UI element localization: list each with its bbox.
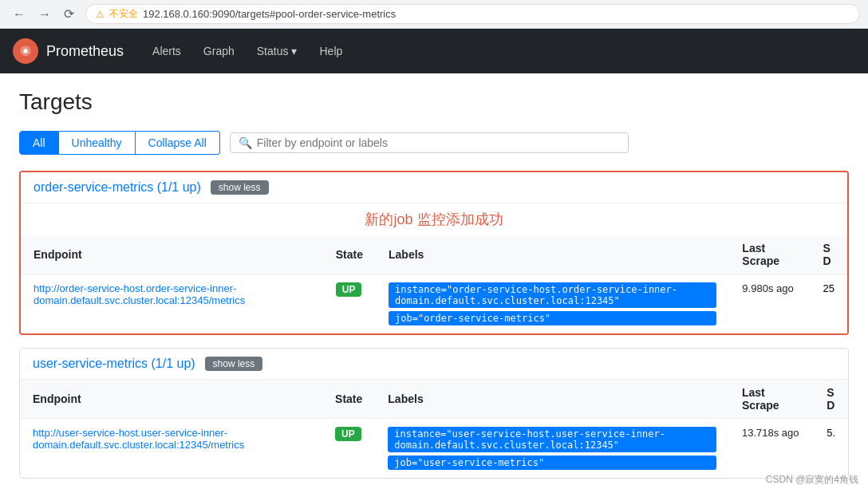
endpoint-cell: http://order-service-host.order-service-…: [21, 274, 323, 334]
back-button[interactable]: ←: [8, 5, 30, 23]
col-endpoint-1: Endpoint: [20, 380, 322, 419]
state-badge-0-0: UP: [336, 282, 362, 297]
target-header-0: order-service-metrics (1/1 up) show less: [21, 172, 847, 203]
target-section-order-service-metrics: order-service-metrics (1/1 up) show less…: [19, 171, 849, 335]
state-cell: UP: [322, 419, 375, 479]
browser-bar: ← → ⟳ ⚠ 不安全 192.168.0.160:9090/targets#p…: [0, 0, 868, 29]
sections-container: order-service-metrics (1/1 up) show less…: [19, 171, 849, 479]
labels-cell: instance="user-service-host.user-service…: [375, 419, 729, 479]
label-badge: instance="order-service-host.order-servi…: [389, 282, 716, 308]
duration-cell: 25: [811, 274, 847, 334]
show-less-button-1[interactable]: show less: [205, 357, 263, 371]
target-section-user-service-metrics: user-service-metrics (1/1 up) show less …: [19, 348, 849, 479]
table-row: http://order-service-host.order-service-…: [21, 274, 847, 334]
reload-button[interactable]: ⟳: [59, 5, 79, 23]
brand-name: Prometheus: [46, 43, 124, 60]
label-badge: instance="user-service-host.user-service…: [388, 427, 716, 452]
duration-cell: 5.: [814, 419, 848, 479]
search-input[interactable]: [257, 136, 620, 149]
col-last-scrape-0: Last Scrape: [729, 235, 810, 274]
brand: Prometheus: [13, 38, 124, 64]
col-duration-0: SD: [811, 235, 847, 274]
filter-button-group: All Unhealthy Collapse All: [19, 131, 220, 155]
table-row: http://user-service-host.user-service-in…: [20, 419, 848, 479]
show-less-button-0[interactable]: show less: [211, 180, 269, 195]
nav-alerts[interactable]: Alerts: [143, 38, 191, 64]
security-warning-text: 不安全: [109, 7, 138, 21]
endpoint-cell: http://user-service-host.user-service-in…: [20, 419, 322, 479]
endpoint-link-1-0[interactable]: http://user-service-host.user-service-in…: [33, 427, 244, 451]
security-warning-icon: ⚠: [96, 9, 105, 20]
last-scrape-cell: 9.980s ago: [729, 274, 810, 334]
forward-button[interactable]: →: [34, 5, 56, 23]
label-badge: job="user-service-metrics": [388, 456, 716, 470]
target-table-0: Endpoint State Labels Last Scrape SD htt…: [21, 235, 847, 333]
col-last-scrape-1: Last Scrape: [729, 380, 814, 419]
target-title-0[interactable]: order-service-metrics (1/1 up): [34, 180, 201, 195]
col-state-1: State: [322, 380, 375, 419]
svg-point-1: [23, 49, 27, 53]
label-badge: job="order-service-metrics": [389, 311, 716, 325]
state-cell: UP: [323, 274, 376, 334]
filter-unhealthy-button[interactable]: Unhealthy: [59, 131, 136, 155]
search-icon: 🔍: [239, 136, 252, 149]
endpoint-link-0-0[interactable]: http://order-service-host.order-service-…: [34, 282, 245, 306]
labels-cell: instance="order-service-host.order-servi…: [376, 274, 729, 334]
page-title: Targets: [19, 89, 849, 115]
nav-status-toggle[interactable]: Status ▾: [247, 38, 307, 64]
col-labels-0: Labels: [376, 235, 729, 274]
navbar: Prometheus Alerts Graph Status ▾ Help: [0, 29, 868, 73]
nav-status-dropdown: Status ▾: [247, 38, 307, 64]
brand-logo: [13, 38, 38, 64]
main-content: Targets All Unhealthy Collapse All 🔍 ord…: [0, 73, 868, 493]
browser-url-bar[interactable]: ⚠ 不安全 192.168.0.160:9090/targets#pool-or…: [85, 4, 860, 24]
filter-collapse-button[interactable]: Collapse All: [136, 131, 220, 155]
browser-nav: ← → ⟳: [8, 5, 79, 23]
watermark: CSDN @寂寞的4角钱: [766, 473, 858, 487]
target-title-1[interactable]: user-service-metrics (1/1 up): [33, 357, 195, 371]
last-scrape-cell: 13.718s ago: [729, 419, 814, 479]
navbar-links: Alerts Graph Status ▾ Help: [143, 38, 352, 64]
nav-graph[interactable]: Graph: [194, 38, 244, 64]
annotation-msg-0: 新的job 监控添加成功: [21, 203, 847, 235]
target-table-1: Endpoint State Labels Last Scrape SD htt…: [20, 380, 848, 478]
col-duration-1: SD: [814, 380, 848, 419]
state-badge-1-0: UP: [335, 427, 361, 441]
search-box: 🔍: [230, 132, 629, 153]
col-labels-1: Labels: [375, 380, 729, 419]
nav-help[interactable]: Help: [310, 38, 352, 64]
filter-all-button[interactable]: All: [19, 131, 59, 155]
col-endpoint-0: Endpoint: [21, 235, 323, 274]
filter-bar: All Unhealthy Collapse All 🔍: [19, 131, 849, 155]
col-state-0: State: [323, 235, 376, 274]
target-header-1: user-service-metrics (1/1 up) show less: [20, 349, 848, 380]
url-text: 192.168.0.160:9090/targets#pool-order-se…: [143, 8, 396, 20]
